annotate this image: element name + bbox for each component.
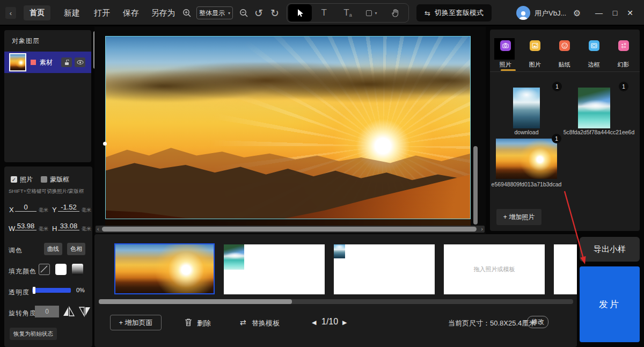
library-tabs: 照片 图片 贴纸 边框 <box>491 40 638 69</box>
add-photo-button[interactable]: + 增加照片 <box>496 209 541 225</box>
minimize-button[interactable]: — <box>592 7 605 19</box>
text-area-tool[interactable]: Ta <box>336 4 360 21</box>
flip-vertical-button[interactable] <box>78 305 91 320</box>
hand-tool[interactable] <box>384 4 407 21</box>
layer-lock-button[interactable] <box>61 57 72 67</box>
x-unit: 毫米 <box>39 207 48 214</box>
delete-page-button[interactable] <box>185 318 192 329</box>
tab-underline <box>501 69 516 71</box>
back-button[interactable]: ‹ <box>5 7 16 19</box>
delete-page-label[interactable]: 删除 <box>197 319 211 328</box>
library-photo-sunset[interactable] <box>496 139 557 179</box>
flip-horizontal-icon <box>62 305 75 318</box>
fill-none-swatch[interactable] <box>39 264 50 275</box>
library-panel: 照片 图片 贴纸 边框 <box>490 30 640 231</box>
export-sample-button[interactable]: 导出小样 <box>580 237 640 262</box>
back-icon: ‹ <box>10 9 12 17</box>
mask-checkbox[interactable] <box>41 176 47 183</box>
w-unit: 毫米 <box>39 226 48 233</box>
switch-template-mode-button[interactable]: ⇆ 切换至套版模式 <box>416 4 492 21</box>
publish-button[interactable]: 发片 <box>580 266 640 342</box>
scroll-right-icon[interactable]: › <box>481 226 483 233</box>
add-page-button[interactable]: + 增加页面 <box>110 315 162 330</box>
layer-visibility-button[interactable] <box>75 57 85 67</box>
hand-icon <box>391 9 399 17</box>
avatar[interactable] <box>516 6 530 20</box>
canvas-vscrollbar-thumb[interactable] <box>473 146 478 225</box>
gear-icon[interactable]: ⚙ <box>571 7 583 19</box>
layer-row-selected[interactable]: 素材 <box>4 52 91 73</box>
library-photo-download[interactable] <box>513 88 540 128</box>
tab-stickers[interactable]: 贴纸 <box>550 40 579 69</box>
opacity-slider[interactable] <box>32 288 71 293</box>
page-indicator: 1/10 <box>321 317 338 327</box>
menu-save[interactable]: 保存 <box>117 5 145 20</box>
flip-vertical-icon <box>78 305 91 318</box>
y-label: Y <box>52 206 57 214</box>
page-thumb-empty[interactable]: 拖入照片或模板 <box>444 244 545 294</box>
menu-new[interactable]: 新建 <box>58 5 86 20</box>
w-label: W <box>9 225 15 233</box>
mask-checkbox-label: 蒙版框 <box>50 175 69 184</box>
opacity-slider-handle[interactable] <box>33 287 35 294</box>
undo-icon[interactable]: ↺ <box>252 6 265 19</box>
canvas-hscrollbar-thumb[interactable] <box>102 227 477 232</box>
layers-panel-title: 对象图层 <box>12 37 40 46</box>
fill-gradient-swatch[interactable] <box>72 264 83 275</box>
photo-name: e56948809fd013a71b3dcad <box>491 181 562 187</box>
swap-icon: ⇆ <box>425 9 430 17</box>
close-button[interactable]: ✕ <box>624 7 636 19</box>
reset-button[interactable]: 恢复为初始状态 <box>10 328 57 340</box>
redo-icon[interactable]: ↻ <box>268 6 281 19</box>
scroll-left-icon[interactable]: ‹ <box>97 226 99 233</box>
titlebar: ‹ 首页 新建 打开 保存 另存为 整体显示▾ ↺ ↻ T Ta ▾ <box>0 0 644 26</box>
hue-button[interactable]: 色相 <box>67 243 85 255</box>
next-page-icon[interactable]: ▶ <box>342 319 347 326</box>
tab-phantom[interactable]: 幻影 <box>609 40 638 69</box>
page-thumb[interactable] <box>334 244 435 294</box>
shape-tool[interactable]: ▾ <box>360 4 383 21</box>
tab-pictures[interactable]: 图片 <box>520 40 550 69</box>
page-thumb-clipped[interactable] <box>554 244 577 294</box>
page-thumb-selected[interactable] <box>114 243 215 294</box>
zoom-out-icon[interactable] <box>238 8 249 18</box>
x-input[interactable] <box>15 203 36 212</box>
select-tool[interactable] <box>288 4 312 21</box>
maximize-button[interactable]: □ <box>609 7 621 19</box>
selection-handle[interactable] <box>103 142 107 146</box>
fill-white-swatch[interactable] <box>55 264 67 275</box>
h-input[interactable] <box>58 222 79 230</box>
filmstrip-panel: 拖入照片或模板 + 增加页面 删除 ⇄ 替换模板 ◀ 1/10 ▶ 当前页尺寸：… <box>94 234 577 347</box>
drop-placeholder: 拖入照片或模板 <box>474 265 515 273</box>
trash-icon <box>185 318 192 327</box>
library-photo-lake[interactable] <box>578 88 610 128</box>
photo-checkbox[interactable]: ✓ <box>11 176 17 183</box>
tab-borders[interactable]: 边框 <box>579 40 609 69</box>
canvas-area[interactable]: ‹ › <box>94 27 486 234</box>
menu-open[interactable]: 打开 <box>88 5 116 20</box>
flip-horizontal-button[interactable] <box>62 305 75 320</box>
canvas-photo[interactable] <box>105 36 471 226</box>
replace-template-icon[interactable]: ⇄ <box>240 318 246 327</box>
image-icon <box>532 42 538 49</box>
cursor-icon <box>296 9 304 17</box>
menu-save-as[interactable]: 另存为 <box>146 5 180 20</box>
home-button[interactable]: 首页 <box>24 5 50 20</box>
prev-page-icon[interactable]: ◀ <box>312 319 316 326</box>
curves-button[interactable]: 曲线 <box>44 243 62 255</box>
rotation-input[interactable] <box>35 306 59 317</box>
y-input[interactable] <box>58 203 79 212</box>
replace-template-label[interactable]: 替换模板 <box>252 319 280 328</box>
display-mode-select[interactable]: 整体显示▾ <box>196 6 233 19</box>
modify-size-button[interactable]: 修改 <box>527 316 548 328</box>
layers-panel: 对象图层 素材 <box>4 30 91 162</box>
tab-photos[interactable]: 照片 <box>491 40 520 69</box>
page-thumb[interactable] <box>224 244 325 294</box>
layer-name: 素材 <box>40 58 53 67</box>
zoom-in-icon[interactable] <box>181 8 192 18</box>
filmstrip-scrollbar-thumb[interactable] <box>99 299 292 304</box>
w-input[interactable] <box>15 222 36 230</box>
text-tool[interactable]: T <box>312 4 335 21</box>
h-unit: 毫米 <box>82 226 91 233</box>
lock-open-icon <box>64 60 70 66</box>
